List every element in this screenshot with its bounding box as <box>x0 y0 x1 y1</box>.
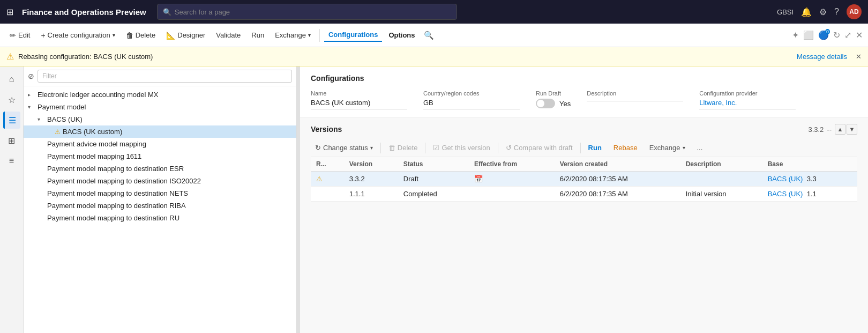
star-icon[interactable]: ✦ <box>792 30 799 40</box>
row-status: Completed <box>398 187 469 202</box>
create-config-button[interactable]: + Create configuration ▾ <box>36 29 119 42</box>
version-down-button[interactable]: ▼ <box>847 124 857 135</box>
versions-delete-button[interactable]: 🗑 Delete <box>384 142 422 153</box>
notification-icon[interactable]: 🔔 <box>801 7 812 17</box>
tree-item-bacs-uk[interactable]: ▾BACS (UK) <box>24 113 296 125</box>
chevron-down-icon-status: ▾ <box>370 145 373 151</box>
search-toolbar-icon[interactable]: 🔍 <box>424 31 434 40</box>
filter-input[interactable] <box>38 70 292 83</box>
versions-toolbar: ↻ Change status ▾ 🗑 Delete ☑ Get this ve… <box>311 139 857 157</box>
col-header-description: Description <box>680 157 762 172</box>
tree-item-electronic[interactable]: ▸Electronic ledger accounting model MX <box>24 88 296 101</box>
tree-item-label: Payment model mapping to destination RU <box>47 214 179 222</box>
base-link[interactable]: BACS (UK) <box>768 190 803 198</box>
config-provider-field: Configuration provider Litware, Inc. <box>699 90 796 109</box>
tree-item-payment-dest-esr[interactable]: Payment model mapping to destination ESR <box>24 162 296 175</box>
warning-close-button[interactable]: ✕ <box>856 53 862 61</box>
help-icon[interactable]: ? <box>834 7 839 17</box>
designer-button[interactable]: 📐 Designer <box>162 29 209 42</box>
warning-message: Rebasing configuration: BACS (UK custom) <box>18 53 153 61</box>
search-input[interactable] <box>175 8 451 16</box>
chevron-icon: ▾ <box>38 116 45 122</box>
close-icon[interactable]: ✕ <box>856 30 863 40</box>
more-options-button[interactable]: ... <box>693 142 707 153</box>
ver-separator-2 <box>425 143 425 153</box>
tree-item-payment-model[interactable]: ▾Payment model <box>24 101 296 113</box>
sidebar-table-icon[interactable]: ⊞ <box>3 132 20 149</box>
badge-icon[interactable]: 🔵0 <box>818 30 829 40</box>
tree-item-label: Payment model mapping to destination ESR <box>47 165 184 173</box>
run-draft-toggle[interactable] <box>536 99 555 108</box>
exchange-button[interactable]: Exchange ▾ <box>271 29 315 41</box>
warning-bar: ⚠ Rebasing configuration: BACS (UK custo… <box>0 47 868 66</box>
tree-item-bacs-uk-custom[interactable]: ⚠BACS (UK custom) <box>24 125 296 138</box>
base-link[interactable]: BACS (UK) <box>768 175 803 183</box>
designer-icon: 📐 <box>166 31 175 40</box>
versions-exchange-button[interactable]: Exchange ▾ <box>645 142 690 153</box>
tree-item-payment-dest-iso[interactable]: Payment model mapping to destination ISO… <box>24 175 296 187</box>
edit-icon: ✏ <box>10 31 16 40</box>
config-provider-label: Configuration provider <box>699 90 796 97</box>
app-title: Finance and Operations Preview <box>22 8 146 17</box>
options-tab[interactable]: Options <box>384 29 419 41</box>
versions-run-button[interactable]: Run <box>584 142 606 153</box>
col-header-r...: R... <box>311 157 344 172</box>
row-base[interactable]: BACS (UK) 1.1 <box>762 187 857 202</box>
tree-item-payment-dest-riba[interactable]: Payment model mapping to destination RIB… <box>24 199 296 212</box>
table-row[interactable]: 1.1.1Completed6/2/2020 08:17:35 AMInitia… <box>311 187 857 202</box>
col-header-base: Base <box>762 157 857 172</box>
delete-button[interactable]: 🗑 Delete <box>122 29 160 42</box>
run-draft-value: Yes <box>559 100 571 108</box>
sidebar-list-icon[interactable]: ☰ <box>3 112 20 129</box>
config-section-title: Configurations <box>311 74 857 83</box>
settings-icon[interactable]: ⚙ <box>819 7 827 17</box>
toggle-knob <box>537 100 544 107</box>
sidebar-star-icon[interactable]: ☆ <box>3 91 20 108</box>
plus-icon: + <box>41 31 45 40</box>
gbsi-label: GBSI <box>777 8 794 16</box>
edit-button[interactable]: ✏ Edit <box>5 29 34 42</box>
config-provider-value[interactable]: Litware, Inc. <box>699 99 796 109</box>
version-arrows: ▲ ▼ <box>835 124 857 135</box>
tree-item-payment-dest-ru[interactable]: Payment model mapping to destination RU <box>24 212 296 224</box>
message-details-link[interactable]: Message details <box>797 53 847 61</box>
tree-item-payment-dest-nets[interactable]: Payment model mapping to destination NET… <box>24 187 296 199</box>
chevron-down-icon-exchange: ▾ <box>308 32 311 38</box>
run-button[interactable]: Run <box>247 29 268 41</box>
row-effective-from: 📅 <box>469 172 555 187</box>
row-base[interactable]: BACS (UK) 3.3 <box>762 172 857 187</box>
col-header-status: Status <box>398 157 469 172</box>
get-this-version-button[interactable]: ☑ Get this version <box>429 142 494 153</box>
version-up-button[interactable]: ▲ <box>835 124 845 135</box>
compare-with-draft-button[interactable]: ↺ Compare with draft <box>502 142 577 153</box>
description-field: Description <box>587 90 683 109</box>
sidebar-home-icon[interactable]: ⌂ <box>3 71 20 88</box>
tree-area: ▸Electronic ledger accounting model MX▾P… <box>24 86 296 333</box>
base-version: 3.3 <box>807 175 817 183</box>
calendar-icon[interactable]: 📅 <box>474 175 483 183</box>
row-flag: ⚠ <box>311 172 344 187</box>
change-status-icon: ↻ <box>315 144 321 152</box>
tree-item-payment-mapping-1611[interactable]: Payment model mapping 1611 <box>24 150 296 162</box>
description-label: Description <box>587 90 683 97</box>
configurations-tab[interactable]: Configurations <box>324 28 382 42</box>
app-grid-icon[interactable]: ⊞ <box>6 7 13 17</box>
popout-icon[interactable]: ⤢ <box>844 30 851 40</box>
rebase-button[interactable]: Rebase <box>609 142 642 153</box>
sidebar-menu-icon[interactable]: ≡ <box>3 152 20 169</box>
tree-item-payment-advice[interactable]: Payment advice model mapping <box>24 138 296 150</box>
version-dash: -- <box>827 125 832 134</box>
row-version: 3.3.2 <box>344 172 398 187</box>
filter-icon[interactable]: ⊘ <box>28 72 34 80</box>
name-value: BACS (UK custom) <box>311 99 407 109</box>
tree-warn-icon: ⚠ <box>55 128 61 136</box>
delete-icon: 🗑 <box>126 31 133 40</box>
user-avatar[interactable]: AD <box>847 4 862 19</box>
table-row[interactable]: ⚠3.3.2Draft📅6/2/2020 08:17:35 AMBACS (UK… <box>311 172 857 187</box>
validate-button[interactable]: Validate <box>212 29 245 41</box>
refresh-icon[interactable]: ↻ <box>833 30 840 40</box>
panel-icon[interactable]: ⬜ <box>803 30 814 40</box>
ver-separator-1 <box>380 143 381 153</box>
change-status-button[interactable]: ↻ Change status ▾ <box>311 142 377 153</box>
country-label: Country/region codes <box>423 90 520 97</box>
